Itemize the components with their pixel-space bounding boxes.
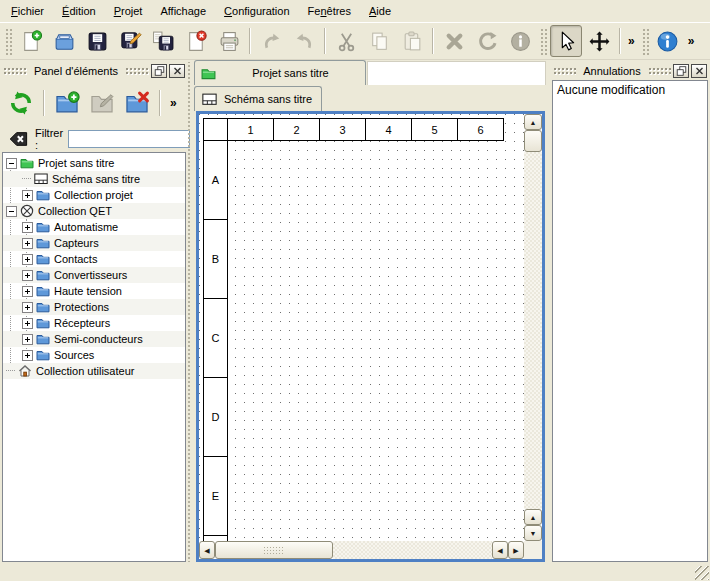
horizontal-scrollbar-thumb[interactable] <box>215 541 333 559</box>
tree-item-recepteurs[interactable]: Récepteurs <box>3 315 185 331</box>
horizontal-scrollbar[interactable]: ◀ ◀ ▶ <box>199 541 524 559</box>
copy-button[interactable] <box>363 25 395 57</box>
overflow-chevron-icon[interactable]: » <box>625 34 638 48</box>
menu-aide[interactable]: Aide <box>360 1 400 21</box>
tree-item-contacts[interactable]: Contacts <box>3 251 185 267</box>
save-button[interactable] <box>81 25 113 57</box>
tab-project[interactable]: Projet sans titre <box>194 60 366 85</box>
tree-expander-plus-icon[interactable] <box>22 254 33 265</box>
tree-expander-plus-icon[interactable] <box>22 270 33 281</box>
select-tool-button[interactable] <box>550 25 582 57</box>
elements-panel-titlebar[interactable]: Panel d'éléments <box>2 62 186 80</box>
scroll-down-button[interactable]: ▼ <box>524 525 542 541</box>
blue-folder-icon <box>36 316 50 330</box>
close-file-button[interactable] <box>180 25 212 57</box>
delete-category-button[interactable] <box>121 87 153 119</box>
save-as-button[interactable] <box>114 25 146 57</box>
save-all-button[interactable] <box>147 25 179 57</box>
vertical-scrollbar-thumb[interactable] <box>524 130 542 152</box>
tree-expander-plus-icon[interactable] <box>22 286 33 297</box>
tree-item-convertisseurs[interactable]: Convertisseurs <box>3 267 185 283</box>
tree-expander-plus-icon[interactable] <box>22 334 33 345</box>
tree-expander-plus-icon[interactable] <box>22 222 33 233</box>
schema-canvas[interactable]: 123456ABCDE <box>199 114 524 541</box>
menu-fichier[interactable]: Fichier <box>2 1 53 21</box>
menu-projet[interactable]: Projet <box>105 1 152 21</box>
tree-expander-plus-icon[interactable] <box>22 318 33 329</box>
toolbar-drag-handle[interactable] <box>4 27 12 55</box>
tree-expander-plus-icon[interactable] <box>22 190 33 201</box>
menu-fenetres[interactable]: Fenêtres <box>299 1 360 21</box>
edit-category-button[interactable] <box>86 87 118 119</box>
new-category-button[interactable] <box>51 87 83 119</box>
menu-edition[interactable]: Édition <box>53 1 105 21</box>
resize-grip-icon[interactable] <box>695 566 709 580</box>
toolbar-drag-handle[interactable] <box>539 27 547 55</box>
overflow-chevron-icon[interactable]: » <box>685 34 698 48</box>
toolbar-drag-handle[interactable] <box>641 27 649 55</box>
tree-expander-minus-icon[interactable] <box>6 158 17 169</box>
float-panel-button[interactable] <box>151 64 167 78</box>
scroll-up-button[interactable]: ▲ <box>524 114 542 130</box>
vertical-scrollbar-track[interactable] <box>524 152 542 509</box>
overflow-chevron-icon[interactable]: » <box>167 96 180 110</box>
tree-item-label: Schéma sans titre <box>52 173 140 185</box>
tree-expander-minus-icon[interactable] <box>6 206 17 217</box>
rotate-icon <box>476 30 499 53</box>
scroll-up-button-bottom[interactable]: ▲ <box>524 509 542 525</box>
open-file-button[interactable] <box>48 25 80 57</box>
filter-input[interactable] <box>68 130 190 148</box>
close-icon <box>171 65 184 77</box>
menu-affichage[interactable]: Affichage <box>151 1 215 21</box>
element-info-button[interactable] <box>504 25 536 57</box>
tree-expander-plus-icon[interactable] <box>22 350 33 361</box>
about-button[interactable] <box>652 25 684 57</box>
vertical-scrollbar[interactable]: ▲ ▲ ▼ <box>524 114 542 541</box>
float-panel-button[interactable] <box>673 64 689 78</box>
tab-bar-filler <box>367 61 546 85</box>
tree-item-label: Convertisseurs <box>54 269 127 281</box>
rotate-button[interactable] <box>471 25 503 57</box>
tree-expander-plus-icon[interactable] <box>22 238 33 249</box>
move-tool-button[interactable] <box>583 25 615 57</box>
scroll-left-button[interactable]: ◀ <box>199 541 215 559</box>
new-file-button[interactable] <box>15 25 47 57</box>
undo-history-list[interactable]: Aucune modification <box>552 80 708 562</box>
tree-item-collection-projet[interactable]: Collection projet <box>3 187 185 203</box>
menu-label: ichier <box>18 5 44 17</box>
tree-item-haute-tension[interactable]: Haute tension <box>3 283 185 299</box>
tree-item-collection-utilisateur[interactable]: Collection utilisateur <box>3 363 185 379</box>
elements-panel-title: Panel d'éléments <box>27 65 125 77</box>
tree-item-semi-conducteurs[interactable]: Semi-conducteurs <box>3 331 185 347</box>
tab-project-label: Projet sans titre <box>222 67 359 79</box>
workspace: Projet sans titre Schéma sans titre 1234… <box>192 60 548 562</box>
close-panel-button[interactable] <box>169 64 185 78</box>
scroll-left-button-right[interactable]: ◀ <box>492 541 508 559</box>
tree-item-capteurs[interactable]: Capteurs <box>3 235 185 251</box>
tree-expander-plus-icon[interactable] <box>22 302 33 313</box>
tab-schema[interactable]: Schéma sans titre <box>194 86 322 111</box>
clear-filter-button[interactable] <box>6 127 30 151</box>
tree-item-projet-sans-titre[interactable]: Projet sans titre <box>3 155 185 171</box>
redo-button[interactable] <box>288 25 320 57</box>
print-button[interactable] <box>213 25 245 57</box>
qet-icon <box>20 204 34 218</box>
menu-configuration[interactable]: Configuration <box>215 1 298 21</box>
tree-item-collection-qet[interactable]: Collection QET <box>3 203 185 219</box>
close-panel-button[interactable] <box>691 64 707 78</box>
horizontal-scrollbar-track[interactable] <box>333 541 492 559</box>
collections-tree[interactable]: Projet sans titreSchéma sans titreCollec… <box>2 152 186 562</box>
delete-button[interactable] <box>438 25 470 57</box>
paste-button[interactable] <box>396 25 428 57</box>
undo-panel-titlebar[interactable]: Annulations <box>552 62 708 80</box>
tree-item-label: Haute tension <box>54 285 122 297</box>
blue-folder-icon <box>36 284 50 298</box>
reload-collections-button[interactable] <box>5 87 37 119</box>
tree-item-protections[interactable]: Protections <box>3 299 185 315</box>
tree-item-schema-sans-titre[interactable]: Schéma sans titre <box>3 171 185 187</box>
undo-button[interactable] <box>255 25 287 57</box>
scroll-right-button[interactable]: ▶ <box>508 541 524 559</box>
cut-button[interactable] <box>330 25 362 57</box>
tree-item-sources[interactable]: Sources <box>3 347 185 363</box>
tree-item-automatisme[interactable]: Automatisme <box>3 219 185 235</box>
